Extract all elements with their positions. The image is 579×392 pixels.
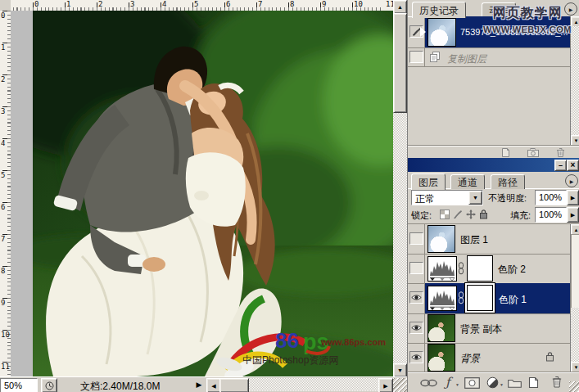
opacity-value: 100% bbox=[539, 192, 562, 202]
status-bar: 50% 文档:2.40M/18.0M ▶ ◀ ▶ bbox=[0, 376, 407, 392]
eye-icon bbox=[411, 294, 422, 301]
layers-scrollbar[interactable]: ▲ ▼ bbox=[570, 224, 579, 372]
tab-actions[interactable]: 动作 bbox=[482, 2, 516, 17]
add-layer-mask-icon[interactable] bbox=[464, 377, 480, 389]
visibility-toggle[interactable] bbox=[409, 232, 423, 245]
opacity-field[interactable]: 100% bbox=[535, 190, 567, 205]
scrollbar-thumb[interactable] bbox=[571, 234, 579, 309]
lock-all-icon[interactable] bbox=[479, 209, 488, 219]
scroll-down-button[interactable]: ▼ bbox=[393, 363, 407, 377]
adjustment-dropdown-arrow: ▼ bbox=[500, 383, 504, 387]
opacity-slider-button[interactable]: ▶ bbox=[567, 190, 579, 205]
layer-row-background-copy[interactable]: 背景 副本 bbox=[408, 313, 570, 344]
layer-row-background[interactable]: 背景 bbox=[408, 343, 570, 372]
horizontal-scrollbar-thumb[interactable] bbox=[219, 378, 249, 392]
history-panel-menu-button[interactable]: ▶ bbox=[564, 2, 577, 16]
layer-thumbnail[interactable] bbox=[427, 225, 455, 253]
tab-layers[interactable]: 图层 bbox=[411, 173, 446, 190]
history-entry-open[interactable]: 753975_150829032062_... bbox=[408, 16, 570, 48]
adjustment-layer-icon[interactable] bbox=[486, 376, 499, 389]
link-layers-icon[interactable] bbox=[420, 379, 437, 387]
blend-mode-dropdown[interactable]: 正常 ▼ bbox=[411, 190, 483, 205]
layers-palette-title-bar[interactable]: – × bbox=[408, 158, 579, 172]
photoshop-window: 01234567891011 01234567891011 bbox=[0, 0, 579, 392]
layer-thumbnail[interactable] bbox=[427, 314, 455, 342]
blend-mode-row: 正常 ▼ 不透明度: 100% ▶ bbox=[408, 188, 579, 206]
history-state-marker bbox=[420, 27, 426, 37]
ruler-origin-box bbox=[0, 0, 11, 11]
close-button[interactable]: × bbox=[567, 160, 579, 171]
history-bottom-bar bbox=[408, 145, 579, 159]
background-lock-icon bbox=[545, 351, 554, 362]
status-preview-icon[interactable] bbox=[41, 378, 57, 392]
visibility-toggle[interactable] bbox=[409, 322, 423, 334]
history-palette: 历史记录 动作 ▶ 753975_150829032062_... bbox=[407, 0, 579, 158]
scrollbar-track[interactable] bbox=[571, 308, 579, 362]
layers-palette: – × 图层 通道 路径 ▶ 正常 ▼ 不透明度: 100% ▶ 锁定: bbox=[407, 158, 579, 392]
delete-state-icon[interactable] bbox=[556, 147, 565, 157]
history-scrollbar[interactable]: ▲ ▼ bbox=[570, 16, 579, 145]
tab-history[interactable]: 历史记录 bbox=[412, 2, 466, 18]
levels-adjustment-thumbnail[interactable] bbox=[427, 256, 457, 282]
zoom-level-field[interactable]: 50% bbox=[0, 378, 38, 392]
new-snapshot-icon[interactable] bbox=[527, 148, 539, 157]
history-brush-empty-box[interactable] bbox=[409, 51, 423, 63]
history-entry-selected-bg[interactable]: 753975_150829032062_... bbox=[425, 16, 570, 47]
lock-row: 锁定: 填充: 100% ▶ bbox=[408, 206, 579, 224]
fill-slider-button[interactable]: ▶ bbox=[567, 207, 579, 223]
new-layer-icon[interactable] bbox=[528, 376, 539, 389]
mask-link-icon[interactable] bbox=[457, 291, 465, 304]
layer-row-layer1[interactable]: 图层 1 bbox=[408, 224, 570, 255]
lock-transparency-icon[interactable] bbox=[440, 210, 450, 219]
visibility-toggle[interactable] bbox=[409, 262, 423, 274]
tab-paths[interactable]: 路径 bbox=[491, 174, 525, 189]
lock-paint-icon[interactable] bbox=[453, 210, 463, 219]
dropdown-arrow-button[interactable]: ▼ bbox=[468, 191, 482, 205]
layer-thumbnail[interactable] bbox=[427, 344, 455, 372]
mask-link-icon[interactable] bbox=[457, 262, 465, 275]
minimize-button[interactable]: – bbox=[554, 160, 567, 171]
new-group-icon[interactable] bbox=[508, 378, 522, 388]
layers-panel-menu-button[interactable]: ▶ bbox=[565, 174, 578, 187]
visibility-toggle[interactable] bbox=[409, 291, 423, 304]
logo-url-text: www.86ps.com bbox=[320, 337, 386, 347]
canvas-vertical-scrollbar[interactable]: ▲ ▼ bbox=[393, 0, 407, 376]
status-expand-button[interactable]: ▶ bbox=[193, 379, 205, 390]
selected-layer-bg[interactable]: 色阶 1 bbox=[425, 283, 570, 313]
history-entry-thumbnail[interactable] bbox=[427, 18, 456, 47]
canvas-photo[interactable]: 86 ps www.86ps.com 中国Photoshop资源网 bbox=[33, 11, 393, 376]
layer-mask-thumbnail[interactable] bbox=[467, 255, 493, 282]
layers-tab-row: 图层 通道 路径 ▶ bbox=[408, 172, 579, 189]
levels-adjustment-thumbnail[interactable] bbox=[427, 286, 457, 311]
lock-position-icon[interactable] bbox=[466, 210, 476, 219]
history-entry-label: 复制图层 bbox=[447, 52, 486, 66]
canvas-area[interactable]: 86 ps www.86ps.com 中国Photoshop资源网 bbox=[33, 11, 393, 376]
lock-label: 锁定: bbox=[411, 210, 432, 222]
scrollbar-thumb[interactable] bbox=[393, 13, 407, 113]
layer-name: 图层 1 bbox=[460, 233, 488, 247]
history-entry-duplicate-layer[interactable]: 复制图层 bbox=[408, 47, 570, 67]
vertical-ruler: 01234567891011 bbox=[0, 11, 11, 376]
palette-resize-grip[interactable] bbox=[569, 381, 579, 392]
layer-row-levels1[interactable]: 色阶 1 bbox=[408, 283, 570, 314]
layer-row-levels2[interactable]: 色阶 2 bbox=[408, 254, 570, 284]
history-entry-gutter[interactable] bbox=[408, 47, 425, 66]
tab-channels[interactable]: 通道 bbox=[450, 174, 485, 189]
eye-icon bbox=[411, 324, 422, 331]
blend-mode-value: 正常 bbox=[415, 192, 435, 206]
layer-mask-thumbnail-active[interactable] bbox=[467, 285, 493, 311]
fill-label: 填充: bbox=[510, 210, 531, 222]
scrollbar-track[interactable] bbox=[571, 26, 579, 135]
opacity-label: 不透明度: bbox=[488, 192, 527, 205]
layer-style-dropdown-arrow: ▼ bbox=[455, 383, 459, 387]
fill-field[interactable]: 100% bbox=[535, 207, 567, 223]
delete-layer-icon[interactable] bbox=[552, 376, 562, 388]
layer-style-icon[interactable]: ƒ bbox=[446, 375, 450, 390]
layer-name: 色阶 1 bbox=[499, 293, 527, 307]
scroll-right-button[interactable]: ▶ bbox=[378, 378, 393, 392]
window-resize-grip[interactable] bbox=[393, 378, 407, 392]
visibility-toggle[interactable] bbox=[409, 351, 423, 363]
scroll-up-button[interactable]: ▲ bbox=[393, 0, 407, 14]
new-document-from-state-icon[interactable] bbox=[500, 148, 511, 157]
horizontal-ruler: 01234567891011 bbox=[11, 0, 393, 11]
